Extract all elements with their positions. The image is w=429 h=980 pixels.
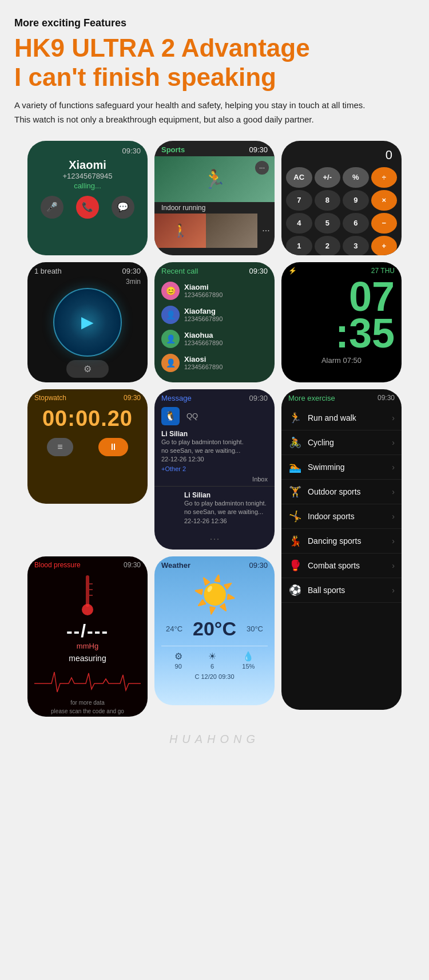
calc-9[interactable]: 9 [343,190,369,211]
ex-item-outdoor[interactable]: 🏋 Outdoor sports › [281,480,402,504]
ex-item-dancing[interactable]: 💃 Dancing sports › [281,529,402,554]
weather-header: Weather 09:30 [161,561,268,570]
sports-second-row: 🚶 ··· [154,214,275,248]
sports-more[interactable]: ··· [255,161,269,175]
calc-8[interactable]: 8 [315,190,341,211]
watermark: HUAHONG [14,733,415,746]
subtitle: More exciting Features [14,17,415,29]
sports-image: 🏃 ··· [154,156,275,202]
ex-outdoor-arrow: › [392,487,395,496]
end-call-button[interactable]: 📞 [76,196,99,219]
ex-time: 09:30 [378,394,395,402]
weather-stat-3: 💧 15% [242,651,255,670]
call-status: calling... [34,181,141,190]
recent-item-3[interactable]: 👤 Xiaohua 12345667890 [154,327,275,351]
weather-sun-icon: ☀️ [161,574,268,615]
outdoor-icon: 🏋 [288,485,302,498]
ex-swimming-arrow: › [392,463,395,472]
breath-play-icon[interactable]: ▶ [81,313,94,331]
msg-sender-1: Li Silian [161,430,268,438]
ex-item-swimming[interactable]: 🏊 Swimming › [281,455,402,480]
weather-temp-min: 24°C [166,625,182,633]
indoor-icon: 🤸 [288,510,302,523]
calc-minus[interactable]: − [371,213,398,234]
msg-inbox-label: Inbox [252,476,268,483]
calc-1[interactable]: 1 [286,236,312,255]
recent-item-2[interactable]: 👤 Xiaofang 12345667890 [154,303,275,327]
bp-status: measuring [34,654,141,663]
clock-minutes: :35 [288,313,395,354]
ex-item-run[interactable]: 🏃 Run and walk › [281,406,402,430]
main-title-line2: I can't finish speaking [14,63,276,91]
ex-item-cycling[interactable]: 🚴 Cycling › [281,430,402,455]
calc-ac[interactable]: AC [286,167,312,188]
sw-list-btn[interactable]: ≡ [47,438,73,456]
mic-button[interactable]: 🎤 [41,196,63,219]
calc-6[interactable]: 6 [343,213,369,234]
bp-screen: Blood pressure 09:30 --/--- mmHg measuri… [27,556,148,717]
bp-footer: for more data please scan the code and g… [34,698,141,717]
message-button[interactable]: 💬 [112,196,134,219]
weather-rain-val: 15% [242,663,255,670]
dancing-icon: 💃 [288,535,302,547]
clock-big-time: 07 :35 [288,276,395,354]
bp-thermo [34,572,141,618]
avatar-1: 😊 [161,282,180,300]
clock-screen: ⚡ 27 THU 07 :35 Alarm 07:50 [281,262,402,382]
breath-settings-btn[interactable]: ⚙ [66,360,109,378]
bp-footer-line2: please scan the code and go [51,708,124,714]
msg-sender-2: Li Silian [184,491,268,499]
bolt-icon: ⚡ [288,267,297,275]
page-wrapper: More exciting Features HK9 ULTRA 2 Advan… [0,0,429,757]
sports-screen: Sports 09:30 🏃 ··· Indoor running 🚶 ··· [154,141,275,255]
sports-dots: ··· [257,214,275,248]
ex-item-ball[interactable]: ⚽ Ball sports › [281,578,402,603]
calc-4[interactable]: 4 [286,213,312,234]
weather-wind-val: 90 [175,663,182,670]
calc-5[interactable]: 5 [315,213,341,234]
msg-header: Message 09:30 [154,389,275,405]
avatar-2: 👤 [161,306,180,324]
main-title-line1: HK9 ULTRA 2 Advantage [14,34,310,62]
ex-ball-arrow: › [392,586,395,595]
avatar-3: 👤 [161,330,180,348]
weather-rain-icon: 💧 [243,651,254,662]
stopwatch-screen: Stopwatch 09:30 00:00.20 ≡ ⏸ [27,389,148,504]
weather-temp-main: 20°C [193,618,236,640]
ex-item-combat[interactable]: 🥊 Combat sports › [281,554,402,578]
recent-item-4[interactable]: 👤 Xiaosi 12345667890 [154,351,275,375]
ex-run-label: Run and walk [308,413,386,422]
calc-3[interactable]: 3 [343,236,369,255]
recent-name-4: Xiaosi [184,355,223,363]
bp-unit: mmHg [34,642,141,650]
msg-text-2: Go to play badminton tonight. no seeSan,… [184,499,268,525]
calc-percent[interactable]: % [343,167,369,188]
calc-display: 0 [286,145,397,165]
calc-multiply[interactable]: × [371,190,398,211]
breath-time: 09:30 [122,267,141,275]
svg-point-1 [82,604,93,615]
weather-time: 09:30 [249,561,268,570]
sw-play-btn[interactable]: ⏸ [98,438,128,456]
weather-stat-1: ⚙ 90 [174,651,182,670]
msg-qq-row: 🐧 QQ [154,405,275,428]
swimming-icon: 🏊 [288,461,302,473]
calc-divide[interactable]: ÷ [371,167,398,188]
recent-item-1[interactable]: 😊 Xiaomi 12345667890 [154,279,275,303]
msg-inbox-row: Inbox [154,475,275,484]
calc-plus[interactable]: + [371,236,398,255]
calc-plusminus[interactable]: +/- [315,167,341,188]
msg-loading: ⋯ [154,525,275,550]
recent-call-time: 09:30 [249,267,268,275]
ex-title: More exercise [288,394,335,402]
sw-time: 09:30 [124,394,141,402]
calc-2[interactable]: 2 [315,236,341,255]
recent-info-2: Xiaofang 12345667890 [184,307,223,322]
recent-number-1: 12345667890 [184,291,223,298]
bp-ecg [34,666,141,695]
call-name: Xiaomi [34,159,141,172]
ex-item-indoor[interactable]: 🤸 Indoor sports › [281,504,402,529]
bp-footer-line1: for more data [70,700,104,706]
ex-dancing-label: Dancing sports [308,536,386,546]
calc-7[interactable]: 7 [286,190,312,211]
